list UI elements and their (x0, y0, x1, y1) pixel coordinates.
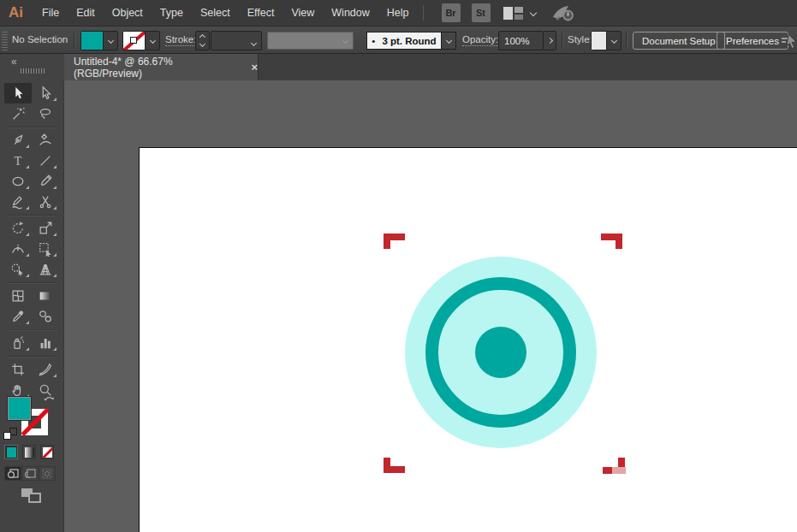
menu-view[interactable]: View (283, 0, 323, 26)
tool-direct-selection[interactable] (32, 83, 59, 103)
color-type-buttons (4, 445, 54, 459)
menu-effect[interactable]: Effect (239, 0, 283, 26)
tool-column-graph[interactable] (32, 333, 59, 353)
control-bar-grip[interactable] (2, 30, 8, 50)
stroke-weight-stepper[interactable] (195, 31, 210, 50)
workspace-chevron-down-icon[interactable] (529, 9, 536, 16)
tool-selection[interactable] (4, 83, 32, 103)
brush-chevron-down-icon[interactable] (442, 32, 456, 50)
tool-panel: T (0, 80, 64, 532)
menu-type[interactable]: Type (152, 0, 192, 26)
tool-shape-builder[interactable] (4, 259, 32, 280)
tool-panel-grip[interactable] (21, 68, 45, 74)
collapse-panel-icon[interactable]: « (11, 56, 16, 68)
screen-mode-button[interactable] (21, 488, 44, 504)
menu-object[interactable]: Object (104, 0, 152, 26)
stock-button[interactable]: St (472, 3, 491, 22)
gpu-performance-icon[interactable] (550, 3, 575, 22)
menu-select[interactable]: Select (192, 0, 239, 26)
clipped-align-cursor-icon[interactable] (781, 32, 797, 50)
document-tab[interactable]: Untitled-4* @ 66.67% (RGB/Preview) × (64, 54, 259, 80)
menu-window[interactable]: Window (323, 0, 378, 26)
artwork-center-dot[interactable] (475, 327, 526, 378)
menu-help[interactable]: Help (378, 0, 418, 26)
style-label: Style: (568, 34, 592, 44)
stroke-weight-chevron-down-icon[interactable] (251, 39, 257, 45)
tool-ellipse[interactable] (4, 171, 32, 192)
tool-scale[interactable] (32, 218, 59, 239)
opacity-chevron-right-icon[interactable] (544, 31, 556, 50)
tool-paintbrush[interactable] (32, 171, 59, 192)
shape-builder-icon (10, 262, 26, 277)
tool-rotate[interactable] (4, 218, 32, 239)
default-fill-stroke-icon[interactable] (3, 428, 17, 440)
mark-bottom-right-v[interactable] (618, 458, 625, 467)
tool-width[interactable] (4, 239, 32, 259)
tab-close-icon[interactable]: × (251, 62, 258, 73)
menu-file[interactable]: File (33, 0, 68, 26)
menu-bar: Ai File Edit Object Type Select Effect V… (0, 0, 797, 26)
tool-eyedropper[interactable] (4, 306, 32, 327)
mark-top-left-v[interactable] (384, 233, 390, 249)
tool-line-segment[interactable] (32, 151, 59, 171)
tool-perspective-grid[interactable] (32, 259, 59, 280)
opacity-value: 100% (499, 36, 543, 46)
tool-type[interactable]: T (4, 151, 32, 171)
tool-free-transform[interactable] (32, 239, 59, 259)
tool-blend[interactable] (32, 306, 59, 327)
workspace-switcher-icon[interactable] (503, 7, 523, 20)
draw-normal-button[interactable] (4, 466, 21, 481)
tool-lasso[interactable] (32, 103, 59, 124)
stroke-color-swatch[interactable] (123, 32, 145, 50)
stroke-color-combo[interactable] (122, 31, 160, 50)
mark-bottom-left-h[interactable] (384, 466, 405, 473)
none-button[interactable] (40, 445, 54, 459)
width-icon (10, 241, 26, 257)
bridge-button[interactable]: Br (442, 3, 461, 22)
tool-symbol-sprayer[interactable] (4, 333, 32, 353)
brush-definition-field[interactable]: • 3 pt. Round (366, 32, 442, 50)
stroke-weight-select[interactable] (211, 31, 262, 50)
control-bar: No Selection Stroke: • 3 pt. Round Opaci… (0, 26, 797, 54)
tool-magic-wand[interactable] (4, 103, 32, 124)
tool-shaper[interactable] (4, 192, 32, 212)
draw-inside-button[interactable] (39, 466, 56, 481)
graphic-style-swatch[interactable] (592, 32, 606, 50)
fill-proxy-swatch[interactable] (7, 396, 32, 421)
graphic-style-combo[interactable] (591, 31, 622, 50)
tool-gradient[interactable] (32, 286, 59, 306)
perspective-grid-icon (38, 262, 53, 277)
mark-top-right-v[interactable] (616, 233, 622, 249)
opacity-label[interactable]: Opacity: (462, 34, 498, 46)
fill-chevron-down-icon[interactable] (103, 32, 117, 50)
document-setup-button[interactable]: Document Setup (633, 32, 725, 50)
document-tab-title: Untitled-4* @ 66.67% (RGB/Preview) (64, 56, 239, 80)
brush-name: 3 pt. Round (382, 36, 436, 46)
draw-behind-button[interactable] (21, 466, 39, 481)
mesh-icon (10, 288, 26, 304)
tool-mesh[interactable] (4, 286, 32, 306)
gradient-button[interactable] (22, 445, 36, 459)
fill-color-swatch[interactable] (81, 32, 103, 50)
style-chevron-down-icon[interactable] (606, 32, 621, 50)
menu-edit[interactable]: Edit (68, 0, 104, 26)
scissors-icon (38, 194, 53, 210)
stroke-chevron-down-icon[interactable] (145, 32, 159, 50)
opacity-field[interactable]: 100% (498, 31, 544, 50)
color-button[interactable] (4, 445, 18, 459)
tool-scissors[interactable] (32, 192, 59, 212)
preferences-button[interactable]: Preferences (717, 32, 788, 50)
tool-slice[interactable] (32, 359, 59, 380)
tool-artboard[interactable] (4, 359, 32, 380)
menubar-divider (423, 5, 424, 21)
stepper-down-icon[interactable] (199, 41, 205, 47)
column-graph-icon (38, 335, 53, 351)
fill-color-combo[interactable] (80, 31, 118, 50)
tool-pen[interactable] (4, 130, 32, 151)
tool-curvature[interactable] (32, 130, 59, 151)
stroke-weight-label[interactable]: Stroke: (165, 34, 196, 46)
swap-fill-stroke-icon[interactable] (43, 393, 56, 405)
eyedropper-icon (10, 309, 26, 324)
stepper-up-icon[interactable] (199, 34, 205, 40)
canvas-pasteboard[interactable] (64, 80, 797, 532)
